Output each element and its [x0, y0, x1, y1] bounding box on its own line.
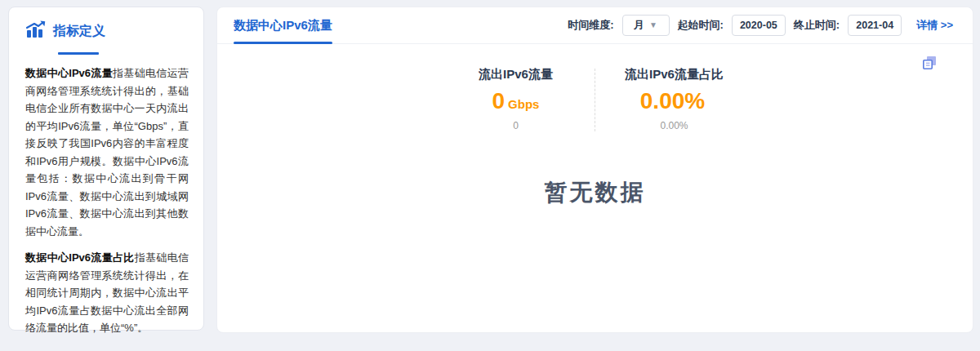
stat-value: 0.00%	[599, 90, 750, 113]
panel-body: 流出IPv6流量 0Gbps 0 流出IPv6流量占比 0.00% 0.00% …	[217, 44, 973, 208]
start-time-label: 起始时间:	[678, 18, 724, 33]
start-time-input[interactable]	[732, 15, 786, 36]
definition-term: 数据中心IPv6流量	[25, 67, 113, 79]
stat-label: 流出IPv6流量占比	[599, 67, 750, 82]
sidebar-header: 指标定义	[25, 20, 189, 42]
definition-text: 指基础电信运营商网络管理系统统计得出的，基础电信企业所有数据中心一天内流出的平均…	[25, 67, 189, 238]
time-controls: 时间维度: 月 ▼ 起始时间: 终止时间: 详情 >>	[568, 15, 953, 36]
no-data-message: 暂无数据	[217, 177, 973, 208]
panel-header: 数据中心IPv6流量 时间维度: 月 ▼ 起始时间: 终止时间: 详情 >>	[217, 7, 973, 44]
end-time-input[interactable]	[848, 15, 902, 36]
time-dimension-label: 时间维度:	[568, 18, 613, 33]
stat-label: 流出IPv6流量	[440, 67, 591, 82]
ipv6-traffic-panel: 数据中心IPv6流量 时间维度: 月 ▼ 起始时间: 终止时间: 详情 >>	[216, 7, 973, 333]
bar-chart-trend-icon	[25, 20, 47, 42]
sidebar-title: 指标定义	[53, 23, 105, 40]
stat-unit: Gbps	[508, 97, 539, 111]
details-link[interactable]: 详情 >>	[916, 18, 953, 33]
definition-text: 指基础电信运营商网络管理系统统计得出，在相同统计周期内，数据中心流出平均IPv6…	[25, 251, 189, 334]
definition-paragraph: 数据中心IPv6流量指基础电信运营商网络管理系统统计得出的，基础电信企业所有数据…	[25, 64, 189, 240]
stats-row: 流出IPv6流量 0Gbps 0 流出IPv6流量占比 0.00% 0.00%	[217, 67, 973, 131]
definition-paragraph: 数据中心IPv6流量占比指基础电信运营商网络管理系统统计得出，在相同统计周期内，…	[25, 249, 189, 337]
stats-dashed-divider	[595, 69, 595, 131]
time-dimension-value: 月	[634, 18, 644, 33]
stat-sub-value: 0.00%	[599, 120, 750, 131]
stat-outbound-ipv6-traffic: 流出IPv6流量 0Gbps 0	[440, 67, 591, 131]
stat-sub-value: 0	[440, 120, 591, 131]
stat-value: 0Gbps	[440, 90, 591, 113]
sidebar-title-underline	[58, 52, 99, 55]
stat-outbound-ipv6-ratio: 流出IPv6流量占比 0.00% 0.00%	[599, 67, 750, 131]
indicator-definition-panel: 指标定义 数据中心IPv6流量指基础电信运营商网络管理系统统计得出的，基础电信企…	[8, 7, 204, 331]
time-dimension-select[interactable]: 月 ▼	[622, 15, 670, 36]
definition-term: 数据中心IPv6流量占比	[25, 251, 135, 264]
end-time-label: 终止时间:	[794, 18, 840, 33]
data-view-icon[interactable]	[920, 54, 938, 72]
chevron-down-icon: ▼	[649, 21, 657, 29]
tab-datacenter-ipv6-traffic[interactable]: 数据中心IPv6流量	[234, 7, 332, 43]
